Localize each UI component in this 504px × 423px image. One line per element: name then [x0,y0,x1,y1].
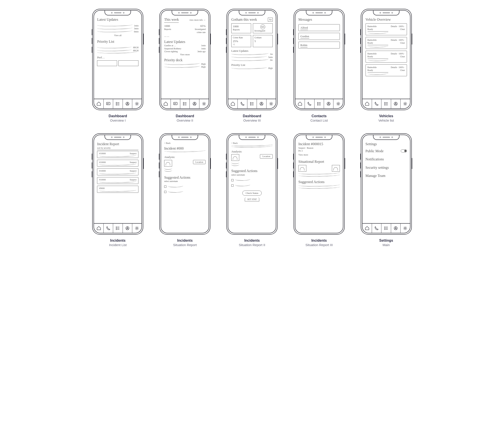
stat-card[interactable]: 65 Investigated [253,23,273,33]
tab-phone[interactable] [372,224,381,233]
tab-list[interactable] [381,99,391,108]
tab-phone[interactable] [238,99,247,108]
back-link[interactable]: < Back [231,142,273,145]
phone-frame: < Back Incident #000 Analysis: Location … [159,133,210,235]
tab-wheel[interactable] [190,99,199,108]
checkbox-icon[interactable] [231,184,234,187]
view-all-link[interactable]: View all [97,34,138,37]
settings-item[interactable]: Public Mode [366,149,407,153]
set-status-button[interactable]: SET STAT [245,197,259,202]
tab-wheel[interactable] [123,224,132,233]
location-button[interactable]: Location [260,154,273,159]
tab-home[interactable] [362,224,372,233]
tab-phone[interactable] [305,99,314,108]
heading-priority-deck: Priority deck [164,58,206,62]
list-item [231,146,273,147]
tab-list[interactable] [180,99,190,108]
vehicle-card[interactable]: Batmobile Ready Details · 100% · Clear [366,37,407,49]
tab-wheel[interactable] [391,99,401,108]
caption: Dashboard Overview II [176,114,194,122]
stat-card[interactable]: Gotham 5 [253,35,273,47]
tab-chat[interactable] [104,99,113,108]
sort-label[interactable]: sort by severity [97,147,138,150]
tab-gear[interactable] [333,99,343,108]
caption-title: Incidents [239,239,265,243]
vehicle-card[interactable]: Batmobile Ready Details · 100% · Clear [366,64,407,76]
view-more-link[interactable]: View more [164,53,206,56]
list-item[interactable]: Gunfire at …1min [164,44,206,47]
checkbox-icon[interactable] [164,185,166,188]
caption-subtitle: Contact List [310,118,328,122]
tab-list[interactable] [113,224,123,233]
tab-phone[interactable] [372,99,381,108]
tab-home[interactable] [228,99,238,108]
wireframe-cell: Messages Alfred Gordon Robin Contacts Co [288,9,350,122]
tab-list[interactable] [113,99,123,108]
heading-settings: Settings [366,142,407,147]
tab-home[interactable] [161,99,171,108]
tab-wheel[interactable] [324,99,333,108]
tab-list[interactable] [247,99,257,108]
phone-notch [306,11,332,15]
tab-list[interactable] [381,224,391,233]
tab-bar [295,99,343,108]
tab-home[interactable] [94,224,103,233]
contact-card[interactable]: Robin [298,42,340,49]
contact-card[interactable]: Alfred [298,24,340,31]
tab-home[interactable] [295,99,305,108]
caption-title: Dashboard [176,114,194,118]
stat-extra: crime rate [164,31,206,34]
tab-home[interactable] [94,99,103,108]
action-item[interactable] [231,178,273,182]
contact-card[interactable]: Gordon [298,33,340,40]
tab-wheel[interactable] [257,99,266,108]
tab-wheel[interactable] [391,224,401,233]
caption-subtitle: Main [379,243,393,247]
caption-title: Dashboard [243,114,261,118]
screen: Latest Updates 1min 3min 6min View all P… [94,11,142,99]
incident-card[interactable]: #10000Suspect [97,168,138,175]
action-item[interactable] [164,185,206,188]
tab-wheel[interactable] [123,99,132,108]
settings-item[interactable]: Security settings [366,165,407,170]
list-item[interactable]: Suspected Robbery1min [164,47,206,50]
tab-home[interactable] [362,99,372,108]
tab-gear[interactable] [401,99,410,108]
settings-item[interactable]: Notifications [366,157,407,162]
incident-card[interactable]: #9000 [97,186,138,193]
tab-list[interactable] [314,99,324,108]
view-more-link[interactable]: view more info → [190,18,206,22]
toggle-icon[interactable] [401,149,407,153]
tab-chat[interactable] [171,99,180,108]
list-item[interactable]: Clown sighting3min ago [164,50,206,53]
vehicle-card[interactable]: Batmobile Ready Details · 100% · Clear [366,23,407,35]
status-button[interactable]: Check Status [242,190,262,196]
vehicle-card[interactable]: Batmobile Ready Details · 100% · Clear [366,51,407,62]
checkbox-icon[interactable] [231,179,234,181]
list-item [97,52,138,53]
tab-gear[interactable] [199,99,209,108]
location-button[interactable]: Location [193,160,206,164]
action-item[interactable] [231,184,273,187]
tab-gear[interactable] [132,224,142,233]
settings-item[interactable]: Manage Team [366,173,407,178]
action-item[interactable] [164,190,206,193]
caption-title: Dashboard [109,114,127,118]
tab-phone[interactable] [104,224,113,233]
caption: Incidents Incident List [109,239,126,247]
tab-gear[interactable] [401,224,410,233]
stat-card[interactable]: Crime Rate 25% -1 [231,35,251,47]
wireframe-cell: < Back Incident #000 Analysis: Location … [154,133,216,247]
incident-card[interactable]: #10000Suspect [97,151,138,158]
heading-suggested: Suggested Actions [231,169,273,173]
incident-card[interactable]: #10000Suspect [97,160,138,167]
view-more-link[interactable]: View more [298,153,340,156]
incident-card[interactable]: #10000Suspect [97,177,138,184]
list-item: 3min [97,27,138,30]
badge-aa[interactable]: Aa [268,18,273,22]
tab-gear[interactable] [132,99,142,108]
back-link[interactable]: < Back [164,142,206,145]
tab-gear[interactable] [267,99,276,108]
checkbox-icon[interactable] [164,191,166,193]
stat-card[interactable]: 1000 Reports [231,23,251,33]
